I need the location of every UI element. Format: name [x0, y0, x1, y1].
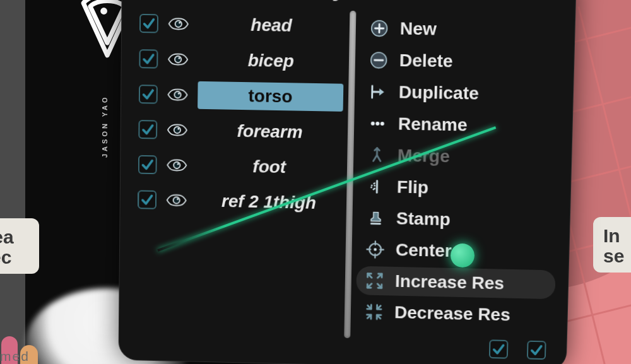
layer-checkbox[interactable] — [138, 155, 157, 174]
minus-icon — [367, 49, 389, 71]
svg-point-18 — [375, 122, 379, 126]
ellipsis-icon — [367, 113, 389, 135]
action-label: Merge — [398, 146, 450, 167]
svg-point-0 — [100, 8, 107, 15]
center-icon — [364, 238, 386, 260]
visibility-eye-icon[interactable] — [165, 189, 188, 211]
layer-row: foot — [138, 149, 343, 184]
footer-checkbox-2[interactable] — [527, 341, 546, 360]
layer-checkbox[interactable] — [139, 85, 158, 103]
action-label: New — [400, 18, 437, 39]
visibility-eye-icon[interactable] — [165, 154, 188, 177]
action-label: Rename — [398, 114, 468, 135]
footer-checkbox-1[interactable] — [489, 339, 509, 358]
action-label: Stamp — [396, 208, 451, 230]
action-label: Duplicate — [399, 82, 480, 103]
action-duplicate[interactable]: Duplicate — [359, 77, 560, 110]
visibility-eye-icon[interactable] — [166, 119, 189, 142]
layer-checkbox[interactable] — [138, 190, 156, 209]
svg-point-5 — [174, 91, 180, 98]
svg-point-17 — [370, 122, 374, 126]
laser-dot — [451, 244, 475, 267]
layer-checkbox[interactable] — [138, 120, 157, 139]
plus-icon — [368, 18, 390, 40]
layer-row: torso — [139, 78, 344, 114]
action-list: NewDeleteDuplicateRenameMergeFlipStampCe… — [355, 11, 562, 346]
action-label: Delete — [399, 50, 453, 72]
duplicate-icon — [367, 81, 389, 103]
tooltip-right: In se — [593, 217, 631, 273]
action-label: Increase Res — [395, 271, 505, 294]
footer-text: med — [0, 349, 30, 364]
contract-icon — [363, 301, 384, 322]
author-label: JASON YAO — [101, 95, 109, 158]
action-rename[interactable]: Rename — [358, 109, 560, 141]
layer-row: forearm — [138, 114, 343, 149]
svg-point-22 — [374, 248, 377, 251]
flip-icon — [365, 176, 387, 198]
layer-name[interactable]: forearm — [197, 117, 343, 147]
action-label: Center — [396, 240, 452, 261]
layer-name[interactable]: head — [198, 10, 345, 40]
action-decrease_res[interactable]: Decrease Res — [355, 297, 555, 331]
layer-name[interactable]: torso — [198, 81, 343, 112]
layer-checkbox[interactable] — [139, 14, 158, 33]
svg-point-3 — [175, 56, 181, 63]
tooltip-left: crea elec — [0, 218, 39, 274]
layer-row: head — [139, 8, 345, 42]
svg-rect-20 — [370, 223, 380, 225]
svg-point-19 — [380, 122, 384, 126]
expand-icon — [363, 270, 386, 291]
svg-point-1 — [175, 21, 182, 28]
panel-divider — [344, 11, 356, 338]
layer-name[interactable]: bicep — [198, 46, 345, 76]
svg-point-11 — [173, 197, 179, 204]
action-flip[interactable]: Flip — [358, 172, 558, 204]
layer-name[interactable]: foot — [197, 152, 343, 182]
action-new[interactable]: New — [360, 13, 562, 46]
visibility-eye-icon[interactable] — [167, 13, 190, 36]
action-merge: Merge — [358, 140, 559, 173]
svg-point-7 — [174, 127, 180, 134]
action-label: Decrease Res — [394, 302, 510, 325]
layer-list: headbiceptorsoforearmfootref 2 1thigh — [136, 8, 345, 342]
bottom-check-row — [489, 339, 546, 360]
visibility-eye-icon[interactable] — [166, 83, 189, 107]
action-delete[interactable]: Delete — [360, 45, 561, 78]
visibility-eye-icon[interactable] — [167, 48, 189, 71]
layer-row: ref 2 1thigh — [138, 184, 341, 219]
layer-row: bicep — [139, 43, 344, 78]
stamp-icon — [365, 207, 387, 229]
svg-point-9 — [174, 162, 180, 169]
layer-checkbox[interactable] — [139, 49, 158, 69]
action-increase_res[interactable]: Increase Res — [356, 266, 556, 300]
action-stamp[interactable]: Stamp — [357, 203, 557, 236]
merge-icon — [366, 144, 388, 167]
action-label: Flip — [397, 177, 429, 198]
